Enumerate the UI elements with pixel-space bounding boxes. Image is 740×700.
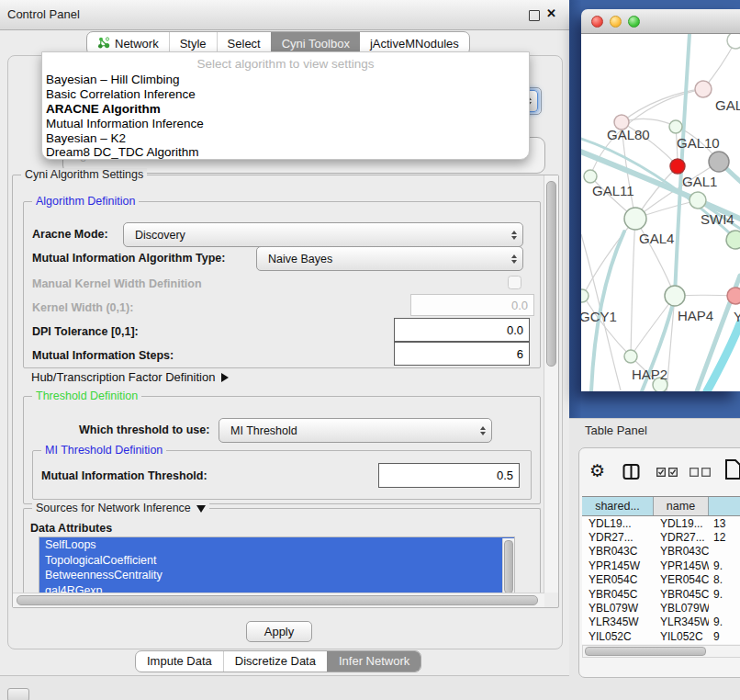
mi-threshold-field[interactable]: 0.5 bbox=[378, 463, 520, 488]
table-cell[interactable]: YBR045C bbox=[654, 588, 709, 601]
float-window-icon[interactable] bbox=[529, 10, 540, 21]
columns-icon[interactable] bbox=[622, 463, 640, 480]
algorithm-option-basic-correlation[interactable]: Basic Correlation Inference bbox=[46, 87, 196, 101]
table-row[interactable]: YDR27...YDR27...12 bbox=[582, 530, 740, 544]
node-pink-top[interactable] bbox=[695, 81, 712, 97]
which-threshold-label: Which threshold to use: bbox=[79, 423, 209, 436]
table-panel-title: Table Panel bbox=[585, 423, 647, 437]
dpi-tolerance-field[interactable]: 0.0 bbox=[394, 318, 530, 342]
node-gcy1[interactable] bbox=[581, 289, 589, 302]
table-cell[interactable]: YBL079W bbox=[582, 602, 654, 615]
zoom-traffic-light[interactable] bbox=[628, 16, 640, 28]
table-row[interactable]: YPR145WYPR145W9. bbox=[582, 559, 740, 572]
table-cell[interactable]: YBR043C bbox=[654, 545, 709, 558]
network-icon bbox=[97, 37, 110, 50]
scrollbar-thumb[interactable] bbox=[546, 181, 556, 367]
minimized-panel-button[interactable] bbox=[7, 688, 29, 700]
scrollbar-thumb[interactable] bbox=[504, 540, 513, 593]
algorithm-definition-title: Algorithm Definition bbox=[32, 195, 139, 208]
hub-transcription-expander[interactable]: Hub/Transcription Factor Definition bbox=[31, 370, 229, 384]
attribute-item[interactable]: SelfLoops bbox=[39, 537, 514, 553]
table-cell[interactable]: YPR145W bbox=[582, 559, 654, 572]
attribute-item[interactable]: BetweennessCentrality bbox=[39, 568, 514, 583]
settings-horizontal-scrollbar[interactable] bbox=[13, 593, 544, 607]
algorithm-option-bayesian-hill-climbing[interactable]: Bayesian – Hill Climbing bbox=[46, 73, 180, 86]
node-hap2[interactable] bbox=[624, 350, 637, 363]
mi-algorithm-type-combo[interactable]: Naive Bayes bbox=[256, 246, 523, 271]
document-icon[interactable] bbox=[724, 458, 740, 480]
table-cell[interactable]: YLR345W bbox=[654, 615, 709, 628]
which-threshold-value: MI Threshold bbox=[219, 424, 475, 437]
table-row[interactable]: YBL079WYBL079W bbox=[582, 601, 740, 615]
node-hap4[interactable] bbox=[665, 286, 685, 306]
table-cell[interactable]: 12 bbox=[709, 531, 740, 544]
table-row[interactable]: YBR045CYBR045C9. bbox=[582, 587, 740, 601]
minimize-traffic-light[interactable] bbox=[610, 16, 622, 28]
algorithm-option-bayesian-k2[interactable]: Bayesian – K2 bbox=[46, 131, 126, 145]
table-cell[interactable]: YLR345W bbox=[582, 615, 654, 628]
tab-impute-data[interactable]: Impute Data bbox=[136, 651, 223, 672]
table-cell[interactable]: YDR27... bbox=[582, 531, 654, 544]
algorithm-option-mutual-information[interactable]: Mutual Information Inference bbox=[46, 117, 204, 130]
table-cell[interactable]: YIL052C bbox=[654, 630, 709, 643]
table-cell[interactable]: YDL19... bbox=[582, 517, 654, 530]
table-cell[interactable]: YER054C bbox=[654, 573, 709, 586]
gear-icon[interactable]: ⚙ bbox=[589, 460, 605, 481]
table-row[interactable]: YDL19...YDL19...13 bbox=[582, 516, 740, 530]
column-header-shared[interactable]: shared... bbox=[582, 497, 654, 515]
table-cell[interactable]: YIL052C bbox=[582, 630, 654, 643]
apply-button[interactable]: Apply bbox=[246, 621, 312, 642]
table-horizontal-scrollbar[interactable] bbox=[582, 645, 740, 658]
table-cell[interactable]: YDR27... bbox=[654, 531, 709, 544]
show-checked-columns-icon[interactable] bbox=[656, 468, 678, 477]
mi-threshold-group: MI Threshold Definition Mutual Informati… bbox=[32, 450, 532, 500]
algorithm-option-dream8[interactable]: Dream8 DC_TDC Algorithm bbox=[46, 145, 199, 159]
aracne-mode-combo[interactable]: Discovery bbox=[123, 222, 523, 247]
network-canvas[interactable]: GALGAL80GAL10GAL1GAL11GAL4SWI4GCY1HAP4YH… bbox=[581, 34, 740, 391]
scrollbar-thumb[interactable] bbox=[585, 647, 706, 656]
hide-columns-icon[interactable] bbox=[690, 468, 712, 477]
scrollbar-thumb[interactable] bbox=[17, 595, 538, 605]
table-cell[interactable]: 9. bbox=[709, 588, 740, 601]
dpi-tolerance-value: 0.0 bbox=[507, 323, 523, 337]
table-row[interactable]: YER054CYER054C8. bbox=[582, 573, 740, 587]
table-header-row: shared... name bbox=[582, 496, 740, 516]
list-scrollbar[interactable] bbox=[502, 538, 514, 599]
table-cell[interactable]: 13 bbox=[709, 517, 740, 530]
node-gal1[interactable] bbox=[690, 192, 706, 209]
node-gal11[interactable] bbox=[584, 170, 597, 183]
which-threshold-combo[interactable]: MI Threshold bbox=[219, 418, 492, 443]
node-topright[interactable] bbox=[727, 34, 740, 49]
tab-infer-network[interactable]: Infer Network bbox=[327, 651, 420, 672]
node-gal4[interactable] bbox=[624, 208, 646, 230]
table-cell[interactable]: YBR043C bbox=[582, 545, 654, 558]
mi-steps-field[interactable]: 6 bbox=[394, 342, 530, 366]
node-gray[interactable] bbox=[709, 152, 729, 172]
table-cell[interactable]: 9. bbox=[709, 559, 740, 572]
table-cell[interactable]: YER054C bbox=[582, 573, 654, 586]
close-traffic-light[interactable] bbox=[591, 16, 603, 28]
column-header-third[interactable] bbox=[709, 497, 740, 515]
table-cell[interactable]: YBR045C bbox=[582, 588, 654, 601]
close-icon[interactable]: ✕ bbox=[546, 6, 556, 20]
node-gal10[interactable] bbox=[669, 120, 682, 133]
table-cell[interactable]: 8. bbox=[709, 573, 740, 586]
table-cell[interactable]: YDL19... bbox=[654, 517, 709, 530]
table-row[interactable]: YLR345WYLR345W9. bbox=[582, 615, 740, 629]
algorithm-option-aracne[interactable]: ARACNE Algorithm bbox=[46, 102, 161, 116]
table-cell[interactable]: YPR145W bbox=[654, 559, 709, 572]
table-cell[interactable]: 9 bbox=[709, 630, 740, 643]
settings-vertical-scrollbar[interactable] bbox=[544, 175, 558, 593]
table-row[interactable]: YBR043CYBR043C bbox=[582, 545, 740, 559]
tab-discretize-data[interactable]: Discretize Data bbox=[223, 651, 327, 672]
node-red[interactable] bbox=[670, 159, 685, 174]
table-cell[interactable]: YBL079W bbox=[654, 602, 709, 615]
column-header-name[interactable]: name bbox=[654, 497, 709, 515]
combo-arrows-icon bbox=[506, 231, 522, 240]
sources-title[interactable]: Sources for Network Inference bbox=[32, 502, 209, 514]
table-cell[interactable]: 9. bbox=[709, 615, 740, 628]
attribute-item[interactable]: TopologicalCoefficient bbox=[39, 553, 514, 569]
node-swi4[interactable] bbox=[726, 231, 740, 249]
table-row[interactable]: YIL052CYIL052C9 bbox=[582, 629, 740, 643]
node-salmon[interactable] bbox=[727, 288, 740, 304]
